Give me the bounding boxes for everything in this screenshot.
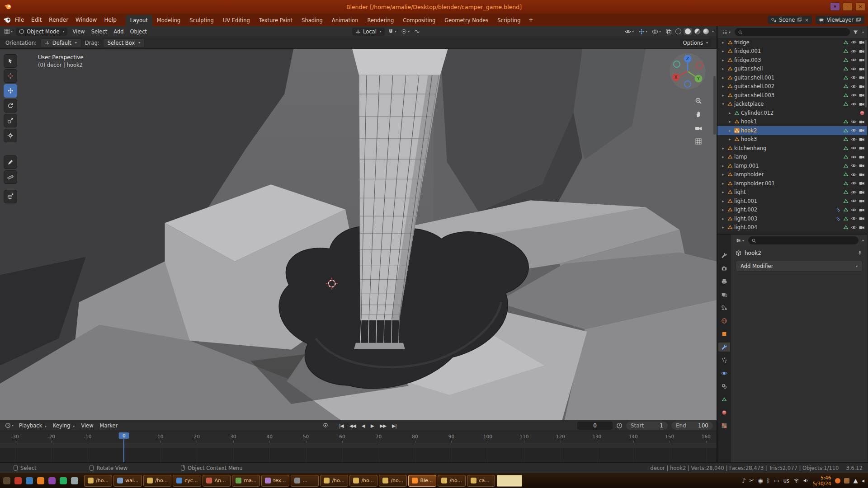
disable-in-renders-toggle[interactable]: [859, 75, 865, 80]
expand-arrow-icon[interactable]: ▸: [720, 49, 726, 53]
hide-in-viewport-toggle[interactable]: [851, 172, 857, 178]
outliner-item-guitar.shell.003[interactable]: ▸guitar.shell.003: [717, 91, 867, 100]
proportional-editing-icon[interactable]: ▾: [400, 28, 411, 35]
snap-magnet-icon[interactable]: ▾: [387, 28, 398, 35]
package-icon[interactable]: [844, 477, 849, 484]
expand-arrow-icon[interactable]: ▸: [727, 128, 733, 133]
taskbar-window-11[interactable]: Ble...: [408, 475, 436, 487]
outliner-item-label[interactable]: hook3: [741, 136, 757, 142]
drag-setting-dropdown[interactable]: Select Box▾: [103, 38, 145, 47]
outliner-item-label[interactable]: kitchenhang: [734, 145, 766, 151]
playhead-badge[interactable]: 0: [119, 432, 129, 439]
viewport-scrollbar[interactable]: [713, 76, 716, 135]
outliner-item-label[interactable]: Cylinder.012: [741, 110, 774, 116]
timeline-menu-playback[interactable]: Playback ▾: [16, 422, 50, 430]
taskbar-window-3[interactable]: cyc...: [173, 475, 201, 487]
properties-editor-selector[interactable]: ▾: [734, 237, 745, 244]
expand-arrow-icon[interactable]: ▸: [720, 84, 726, 89]
window-thumbnail[interactable]: [497, 475, 522, 487]
properties-tab-view-layer[interactable]: [718, 290, 730, 299]
hide-in-viewport-toggle[interactable]: [851, 136, 857, 142]
properties-options-icon[interactable]: ▾: [862, 239, 864, 243]
browser-orange-icon[interactable]: [835, 477, 840, 484]
tool-transform[interactable]: [4, 129, 17, 142]
expand-arrow-icon[interactable]: ▸: [720, 58, 726, 62]
workspace-tab-uv-editing[interactable]: UV Editing: [218, 15, 255, 26]
outliner-item-lampholder[interactable]: ▸lampholder: [717, 170, 867, 179]
frame-start-field[interactable]: Start 1: [626, 422, 668, 430]
outliner-item-label[interactable]: light.001: [734, 198, 757, 204]
outliner-item-hook1[interactable]: ▸hook1: [717, 117, 867, 127]
launcher-media[interactable]: [58, 476, 68, 486]
falloff-curve-icon[interactable]: [413, 28, 421, 35]
outliner-item-Cylinder.012[interactable]: ▸Cylinder.012: [717, 108, 867, 117]
expand-arrow-icon[interactable]: ▸: [720, 155, 726, 159]
timeline-editor-selector[interactable]: ▾: [4, 422, 15, 429]
shading-solid-icon[interactable]: [685, 28, 691, 34]
outliner-item-label[interactable]: hook2: [741, 127, 757, 134]
disable-in-renders-toggle[interactable]: [859, 163, 865, 169]
menu-help[interactable]: Help: [100, 15, 120, 25]
viewport-menu-object[interactable]: Object: [127, 28, 150, 36]
add-modifier-button[interactable]: Add Modifier ▾: [736, 261, 863, 272]
display-icon[interactable]: ▭: [774, 477, 779, 484]
hide-in-viewport-toggle[interactable]: [851, 216, 857, 221]
viewport-menu-add[interactable]: Add: [110, 28, 127, 36]
playhead-line[interactable]: [123, 443, 124, 462]
properties-tab-output[interactable]: [718, 277, 730, 286]
disable-in-renders-toggle[interactable]: [859, 172, 865, 178]
shading-rendered-icon[interactable]: [703, 28, 709, 34]
hide-in-viewport-toggle[interactable]: [851, 92, 857, 98]
taskbar-window-13[interactable]: ca...: [467, 475, 495, 487]
menu-edit[interactable]: Edit: [28, 15, 45, 25]
properties-tab-constraints[interactable]: [718, 382, 730, 391]
clock[interactable]: 5:46 5/30/24: [813, 475, 831, 486]
hide-in-viewport-toggle[interactable]: [851, 225, 857, 230]
taskbar-window-7[interactable]: ...: [291, 475, 319, 487]
timeline-menu-view[interactable]: View: [78, 422, 96, 430]
jump-to-end-button[interactable]: ▶|: [389, 422, 399, 429]
taskbar-window-4[interactable]: An...: [203, 475, 231, 487]
expand-arrow-icon[interactable]: ▸: [720, 146, 726, 150]
tool-add-cube[interactable]: [4, 190, 17, 203]
timeline-menu-marker[interactable]: Marker: [97, 422, 121, 430]
outliner-item-lampholder.001[interactable]: ▸lampholder.001: [717, 179, 867, 188]
menu-render[interactable]: Render: [45, 15, 72, 25]
overlays-toggle-icon[interactable]: ▾: [651, 28, 662, 35]
outliner-item-label[interactable]: guitar.shell: [734, 66, 763, 72]
hide-in-viewport-toggle[interactable]: [851, 57, 857, 63]
hide-in-viewport-toggle[interactable]: [851, 84, 857, 89]
mode-selector[interactable]: Object Mode▾: [16, 28, 67, 36]
hide-in-viewport-toggle[interactable]: [851, 75, 857, 80]
expand-arrow-icon[interactable]: ▸: [720, 190, 726, 194]
properties-tab-tool[interactable]: [718, 251, 730, 260]
jump-to-start-button[interactable]: |◀: [336, 422, 346, 429]
timeline-body[interactable]: [0, 443, 717, 462]
taskbar-window-2[interactable]: /ho...: [143, 475, 171, 487]
outliner-item-fridge[interactable]: ▸fridge: [717, 38, 867, 47]
play-button[interactable]: ▶: [368, 422, 377, 429]
disable-in-renders-toggle[interactable]: [859, 154, 865, 160]
workspace-tab-sculpting[interactable]: Sculpting: [185, 15, 218, 26]
properties-tab-particles[interactable]: [718, 356, 730, 365]
disable-in-renders-toggle[interactable]: [859, 92, 865, 98]
expand-arrow-icon[interactable]: ▸: [720, 93, 726, 98]
outliner-item-guitar.shell.001[interactable]: ▸guitar.shell.001: [717, 73, 867, 82]
outliner-item-label[interactable]: jacketplace: [734, 101, 764, 107]
play-reverse-button[interactable]: ◀: [359, 422, 368, 429]
outliner-item-label[interactable]: light.003: [734, 216, 757, 222]
properties-tab-physics[interactable]: [718, 369, 730, 378]
shading-dropdown-icon[interactable]: ▾: [712, 29, 714, 33]
bluetooth-icon[interactable]: ᛒ: [767, 477, 770, 484]
viewlayer-selector[interactable]: ViewLayer: [816, 16, 864, 24]
timeline-menu-keying[interactable]: Keying ▾: [50, 422, 78, 430]
outliner-item-hook2[interactable]: ▸hook2: [717, 126, 867, 135]
outliner-item-lamp[interactable]: ▸lamp: [717, 153, 867, 162]
expand-arrow-icon[interactable]: ▸: [720, 164, 726, 168]
taskbar-window-8[interactable]: /ho...: [320, 475, 348, 487]
tool-annotate[interactable]: [4, 155, 17, 169]
outliner-search-input[interactable]: [735, 28, 850, 36]
outliner-item-label[interactable]: guitar.shell.003: [734, 92, 774, 99]
disable-in-renders-toggle[interactable]: [859, 101, 865, 107]
wifi-icon[interactable]: [793, 478, 799, 483]
